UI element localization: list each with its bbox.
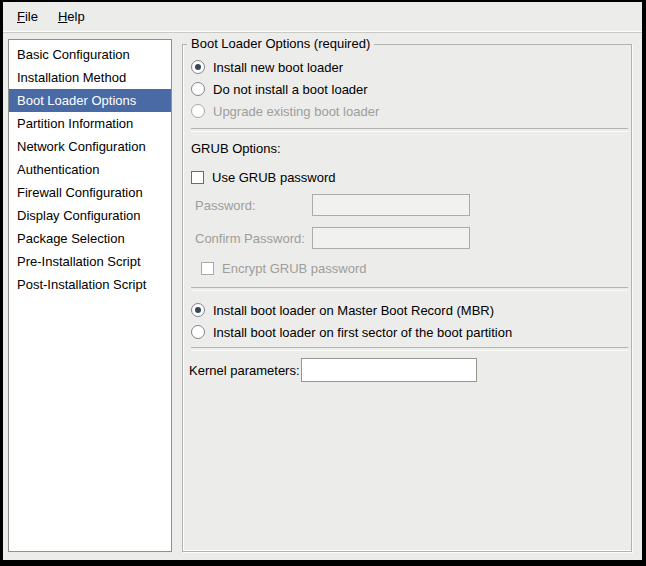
radio-label: Upgrade existing boot loader [213,104,379,119]
checkbox-label: Use GRUB password [212,170,336,185]
password-input [312,194,470,216]
radio-install-boot-loader-on-mbr[interactable]: Install boot loader on Master Boot Recor… [191,299,631,321]
kernel-parameters-input[interactable] [301,358,477,382]
menu-help-label: H [58,9,67,24]
sidebar-item-display-configuration[interactable]: Display Configuration [9,204,171,227]
radio-label: Install boot loader on first sector of t… [213,325,512,340]
sidebar-item-partition-information[interactable]: Partition Information [9,112,171,135]
radio-install-new-boot-loader[interactable]: Install new boot loader [191,56,631,78]
sidebar-item-basic-configuration[interactable]: Basic Configuration [9,43,171,66]
confirm-password-row: Confirm Password: [195,227,631,249]
checkbox-encrypt-grub-password: Encrypt GRUB password [201,257,631,279]
radio-button-icon [191,303,205,317]
frame-title: Boot Loader Options (required) [187,36,374,52]
sidebar-item-installation-method[interactable]: Installation Method [9,66,171,89]
separator [191,347,628,351]
menu-file-label: F [17,9,25,24]
kernel-parameters-row: Kernel parameters: [195,359,631,381]
separator [191,287,628,291]
radio-button-icon [191,82,205,96]
password-row: Password: [195,194,631,216]
sidebar-item-firewall-configuration[interactable]: Firewall Configuration [9,181,171,204]
sidebar-item-post-installation-script[interactable]: Post-Installation Script [9,273,171,296]
radio-button-icon [191,325,205,339]
checkbox-label: Encrypt GRUB password [222,261,367,276]
kickstart-configurator-window: File Help Basic Configuration Installati… [0,0,646,566]
menu-help[interactable]: Help [48,6,95,27]
sidebar-section-list: Basic Configuration Installation Method … [8,39,172,552]
sidebar-item-boot-loader-options[interactable]: Boot Loader Options [9,89,171,112]
menu-file[interactable]: File [7,6,48,27]
separator [191,128,628,132]
kernel-parameters-label: Kernel parameters: [189,363,301,378]
sidebar-item-pre-installation-script[interactable]: Pre-Installation Script [9,250,171,273]
radio-upgrade-existing-boot-loader: Upgrade existing boot loader [191,100,631,122]
sidebar-item-package-selection[interactable]: Package Selection [9,227,171,250]
grub-options-heading: GRUB Options: [191,140,631,158]
sidebar-item-authentication[interactable]: Authentication [9,158,171,181]
sidebar-item-network-configuration[interactable]: Network Configuration [9,135,171,158]
radio-do-not-install-boot-loader[interactable]: Do not install a boot loader [191,78,631,100]
password-label: Password: [195,198,312,213]
confirm-password-label: Confirm Password: [195,231,312,246]
checkbox-icon [201,262,214,275]
confirm-password-input [312,227,470,249]
radio-label: Install boot loader on Master Boot Recor… [213,303,494,318]
checkbox-icon [191,171,204,184]
radio-button-icon [191,60,205,74]
radio-button-icon [191,104,205,118]
radio-label: Install new boot loader [213,60,343,75]
boot-loader-options-frame: Boot Loader Options (required) Install n… [182,36,632,552]
menu-bar: File Help [3,2,642,32]
radio-label: Do not install a boot loader [213,82,368,97]
radio-install-boot-loader-on-first-sector[interactable]: Install boot loader on first sector of t… [191,321,631,343]
checkbox-use-grub-password[interactable]: Use GRUB password [191,166,631,188]
